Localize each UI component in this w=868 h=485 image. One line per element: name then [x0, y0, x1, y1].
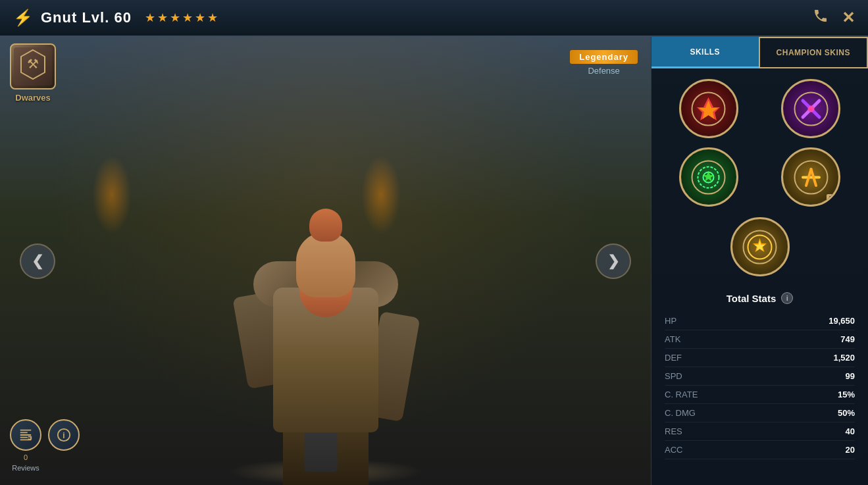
skill-inner-5: [732, 219, 788, 274]
stat-label-cdmg: C. DMG: [665, 408, 696, 418]
info-button[interactable]: i: [48, 419, 80, 472]
faction-name: Dwarves: [15, 93, 50, 103]
svg-text:i: i: [63, 431, 64, 440]
skill-icon-5[interactable]: [730, 217, 790, 276]
left-arrow-icon: ❮: [32, 253, 43, 270]
skill-icon-4[interactable]: P: [781, 147, 840, 207]
total-stats-label: Total Stats: [727, 293, 777, 304]
nav-arrow-right[interactable]: ❯: [596, 243, 631, 279]
header-bar: ⚡ Gnut Lvl. 60 ★ ★ ★ ★ ★ ★ ✕: [0, 0, 868, 37]
tab-skins-label: CHAMPION SKINS: [777, 48, 850, 57]
stat-value-cdmg: 50%: [838, 408, 855, 418]
stat-value-crate: 15%: [838, 390, 855, 399]
content-area: ⚒ Dwarves Legendary Defense: [0, 37, 868, 485]
stat-value-res: 40: [846, 426, 855, 436]
close-button[interactable]: ✕: [842, 9, 855, 27]
rarity-label: Legendary: [570, 50, 638, 64]
skill-inner-3: [681, 149, 736, 205]
passive-badge-4: P: [827, 194, 835, 201]
reviews-count: 0: [24, 453, 28, 461]
skill-icon-3[interactable]: [679, 147, 738, 207]
stat-value-hp: 19,650: [829, 316, 855, 326]
header-right: ✕: [813, 8, 855, 28]
info-symbol: i: [786, 294, 788, 302]
stat-label-spd: SPD: [665, 371, 682, 381]
stat-row-crate: C. RATE 15%: [665, 386, 855, 404]
stat-label-hp: HP: [665, 316, 677, 326]
skill-icon-2[interactable]: [781, 79, 840, 138]
nav-arrow-left[interactable]: ❮: [20, 243, 55, 279]
tab-skills-label: SKILLS: [690, 47, 720, 57]
stat-row-hp: HP 19,650: [665, 312, 855, 330]
star-1: ★: [145, 11, 155, 25]
stat-row-spd: SPD 99: [665, 367, 855, 386]
stats-table: HP 19,650 ATK 749 DEF 1,520 SPD 99 C. RA…: [651, 309, 868, 485]
stat-row-cdmg: C. DMG 50%: [665, 404, 855, 422]
champion-name: Gnut Lvl. 60: [41, 9, 132, 26]
phone-icon[interactable]: [813, 8, 829, 28]
total-stats-header: Total Stats i: [651, 287, 868, 309]
skill-inner-2: [783, 81, 838, 136]
champ-hair: [309, 209, 342, 242]
bolt-icon: ⚡: [13, 9, 33, 27]
reviews-label: Reviews: [12, 464, 39, 472]
skill-inner-1: [681, 81, 736, 136]
stat-label-atk: ATK: [665, 334, 680, 344]
faction-icon: ⚒: [10, 43, 56, 89]
stat-row-res: RES 40: [665, 422, 855, 441]
faction-icon-container: ⚒ Dwarves: [10, 43, 56, 103]
stars-container: ★ ★ ★ ★ ★ ★: [145, 11, 218, 25]
right-arrow-icon: ❯: [607, 253, 619, 270]
reviews-button[interactable]: 0 Reviews: [10, 419, 41, 472]
reviews-icon: [10, 419, 41, 451]
total-stats-info[interactable]: i: [781, 292, 793, 304]
bottom-buttons: 0 Reviews i: [10, 419, 80, 472]
stat-row-atk: ATK 749: [665, 330, 855, 349]
stat-label-def: DEF: [665, 353, 682, 363]
star-4: ★: [182, 11, 193, 25]
stat-value-def: 1,520: [833, 353, 855, 363]
star-3: ★: [170, 11, 180, 25]
main-container: ⚡ Gnut Lvl. 60 ★ ★ ★ ★ ★ ★ ✕: [0, 0, 868, 485]
star-5: ★: [195, 11, 205, 25]
star-6: ★: [207, 11, 218, 25]
skill-icon-1[interactable]: [679, 79, 738, 138]
svg-point-13: [807, 105, 814, 112]
star-2: ★: [157, 11, 168, 25]
svg-text:⚒: ⚒: [27, 57, 39, 71]
stat-row-acc: ACC 20: [665, 441, 855, 459]
tabs-row: SKILLS CHAMPION SKINS: [651, 37, 868, 68]
champion-panel: ⚒ Dwarves Legendary Defense: [0, 37, 651, 485]
header-left: ⚡ Gnut Lvl. 60 ★ ★ ★ ★ ★ ★: [13, 9, 218, 27]
stat-label-res: RES: [665, 426, 682, 436]
tab-skills[interactable]: SKILLS: [651, 37, 759, 68]
stat-row-def: DEF 1,520: [665, 349, 855, 367]
torch-left-glow: [92, 155, 132, 234]
right-panel: SKILLS CHAMPION SKINS: [651, 37, 868, 485]
skills-grid: P: [651, 68, 868, 217]
tab-champion-skins[interactable]: CHAMPION SKINS: [759, 37, 869, 68]
champ-head: [296, 232, 355, 297]
single-skill-row: [651, 217, 868, 287]
stat-value-acc: 20: [846, 445, 855, 455]
stat-value-atk: 749: [840, 334, 855, 344]
stat-label-crate: C. RATE: [665, 390, 698, 399]
stat-value-spd: 99: [846, 371, 855, 381]
champion-artwork: [201, 103, 451, 485]
stat-label-acc: ACC: [665, 445, 682, 455]
info-icon: i: [48, 419, 80, 451]
legendary-badge: Legendary Defense: [570, 50, 638, 76]
type-label: Defense: [570, 66, 638, 76]
faction-icon-symbol: ⚒: [20, 49, 46, 85]
